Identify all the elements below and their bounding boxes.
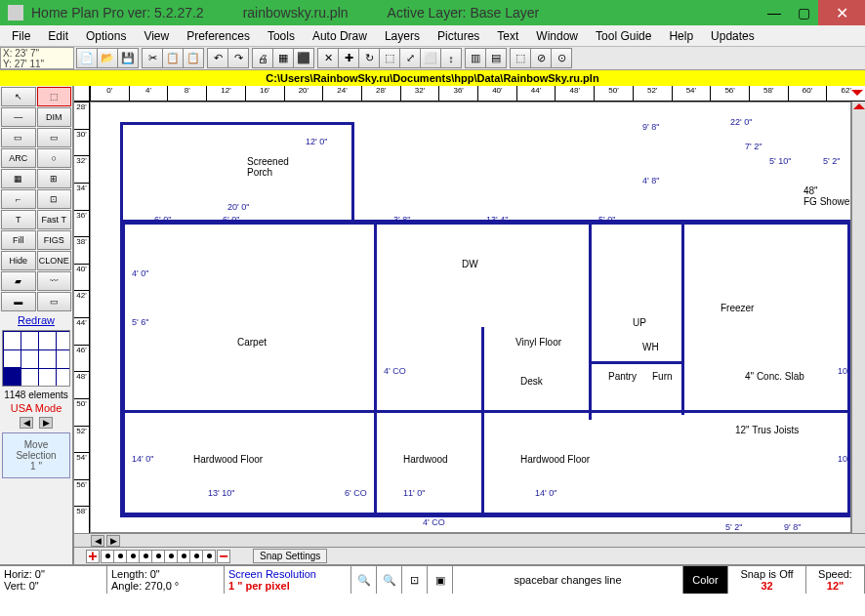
menu-updates[interactable]: Updates — [703, 27, 762, 45]
plan-label: Hardwood Floor — [520, 454, 590, 465]
zoom-in-icon[interactable]: 🔍 — [357, 574, 371, 587]
snap-dot-6[interactable] — [177, 550, 190, 563]
tool-12[interactable]: T — [1, 210, 36, 229]
tool-9[interactable]: ⊞ — [37, 169, 72, 188]
tool-4[interactable]: ▭ — [1, 128, 36, 147]
tool-16[interactable]: Hide — [1, 251, 36, 270]
toolbar-btn-18[interactable]: ⬚ — [379, 48, 400, 68]
zoom-out-icon[interactable]: 🔍 — [383, 574, 396, 587]
toolbar-btn-28[interactable]: ⊙ — [551, 48, 572, 68]
snap-dot-5[interactable] — [164, 550, 178, 563]
right-arrow[interactable]: ▶ — [39, 417, 53, 429]
menu-tools[interactable]: Tools — [260, 27, 303, 45]
tool-18[interactable]: ▰ — [1, 271, 36, 291]
menu-tool-guide[interactable]: Tool Guide — [588, 27, 659, 45]
toolbar-btn-27[interactable]: ⊘ — [530, 48, 552, 68]
scroll-left[interactable]: ◀ — [91, 535, 104, 547]
tool-21[interactable]: ▭ — [37, 292, 72, 311]
snap-plus[interactable]: + — [86, 550, 100, 563]
toolbar-btn-16[interactable]: ✚ — [338, 48, 359, 68]
vruler-tick: 36' — [74, 210, 89, 237]
minimize-button[interactable]: — — [760, 0, 789, 25]
tool-17[interactable]: CLONE — [37, 251, 72, 270]
tool-13[interactable]: Fast T — [37, 210, 72, 229]
hruler-tick: 58' — [749, 86, 788, 101]
tool-2[interactable]: — — [1, 107, 36, 127]
tool-15[interactable]: FIGS — [37, 230, 72, 250]
tool-19[interactable]: 〰 — [37, 271, 72, 291]
toolbar-btn-9[interactable]: ↷ — [227, 48, 249, 68]
plan-label: 4' CO — [384, 366, 406, 376]
menu-preferences[interactable]: Preferences — [179, 27, 258, 45]
tool-0[interactable]: ↖ — [1, 87, 36, 106]
menu-file[interactable]: File — [4, 27, 38, 45]
coordinate-display: X: 23' 7" Y: 27' 11" — [0, 47, 74, 69]
tool-14[interactable]: Fill — [1, 230, 36, 250]
toolbar-btn-26[interactable]: ⬚ — [510, 48, 531, 68]
tool-20[interactable]: ▬ — [1, 292, 36, 311]
menu-window[interactable]: Window — [528, 27, 586, 45]
snap-dot-0[interactable] — [101, 550, 114, 563]
menu-view[interactable]: View — [136, 27, 177, 45]
menu-pictures[interactable]: Pictures — [430, 27, 487, 45]
toolbar-btn-21[interactable]: ↕ — [440, 48, 462, 68]
menu-auto-draw[interactable]: Auto Draw — [305, 27, 375, 45]
snap-dot-8[interactable] — [202, 550, 216, 563]
zoom-rect-icon[interactable]: ▣ — [435, 574, 445, 587]
speed-value: 12" — [810, 580, 860, 592]
toolbar-btn-2[interactable]: 💾 — [117, 48, 139, 68]
tool-7[interactable]: ○ — [37, 148, 72, 168]
menu-edit[interactable]: Edit — [40, 27, 76, 45]
toolbar-btn-5[interactable]: 📋 — [162, 48, 184, 68]
drawing-canvas[interactable]: ScreenedPorchCarpetVinyl FloorDeskPantry… — [90, 102, 851, 533]
toolbar-btn-12[interactable]: ▦ — [272, 48, 294, 68]
snap-dot-4[interactable] — [151, 550, 165, 563]
menu-options[interactable]: Options — [78, 27, 134, 45]
snap-status[interactable]: Snap is Off — [732, 568, 802, 580]
tool-10[interactable]: ⌐ — [1, 189, 36, 209]
snap-settings-button[interactable]: Snap Settings — [253, 549, 327, 563]
tool-1[interactable]: ⬚ — [37, 87, 72, 106]
tool-11[interactable]: ⊡ — [37, 189, 72, 209]
left-arrow[interactable]: ◀ — [20, 417, 33, 429]
tool-6[interactable]: ARC — [1, 148, 36, 168]
scroll-right[interactable]: ▶ — [106, 535, 120, 547]
zoom-fit-icon[interactable]: ⊡ — [410, 574, 419, 587]
grid-preview[interactable] — [2, 330, 70, 387]
toolbar-btn-1[interactable]: 📂 — [97, 48, 118, 68]
toolbar-btn-4[interactable]: ✂ — [142, 48, 163, 68]
toolbar-btn-13[interactable]: ⬛ — [293, 48, 314, 68]
toolbar-btn-23[interactable]: ▥ — [465, 48, 486, 68]
snap-minus[interactable]: − — [217, 550, 230, 563]
toolbar-btn-11[interactable]: 🖨 — [252, 48, 273, 68]
color-button[interactable]: Color — [692, 574, 718, 586]
snap-dot-7[interactable] — [189, 550, 203, 563]
menu-help[interactable]: Help — [661, 27, 701, 45]
maximize-button[interactable]: ▢ — [789, 0, 818, 25]
tool-8[interactable]: ▦ — [1, 169, 36, 188]
toolbar-btn-20[interactable]: ⬜ — [420, 48, 441, 68]
vertical-scrollbar[interactable] — [851, 102, 865, 533]
snap-dot-1[interactable] — [113, 550, 127, 563]
toolbar-btn-0[interactable]: 📄 — [76, 48, 98, 68]
toolbar-btn-17[interactable]: ↻ — [358, 48, 380, 68]
toolbar-btn-24[interactable]: ▤ — [485, 48, 507, 68]
snap-dot-3[interactable] — [139, 550, 152, 563]
ruler-right-arrow[interactable] — [851, 90, 863, 96]
move-selection[interactable]: MoveSelection1 " — [2, 432, 70, 478]
tool-3[interactable]: DIM — [37, 107, 72, 127]
status-screen-res: Screen Resolution — [228, 568, 347, 580]
toolbar-btn-8[interactable]: ↶ — [207, 48, 228, 68]
redraw-button[interactable]: Redraw — [0, 312, 72, 328]
horizontal-scrollbar[interactable]: ◀ ▶ — [74, 533, 865, 547]
toolbar-btn-15[interactable]: ✕ — [317, 48, 339, 68]
toolbar-btn-6[interactable]: 📋 — [183, 48, 204, 68]
toolbar-btn-19[interactable]: ⤢ — [399, 48, 421, 68]
wall — [120, 220, 125, 517]
tool-5[interactable]: ▭ — [37, 128, 72, 147]
scroll-up-arrow[interactable] — [853, 103, 865, 109]
close-button[interactable]: ✕ — [818, 0, 865, 25]
snap-dot-2[interactable] — [126, 550, 140, 563]
menu-layers[interactable]: Layers — [377, 27, 428, 45]
menu-text[interactable]: Text — [489, 27, 526, 45]
